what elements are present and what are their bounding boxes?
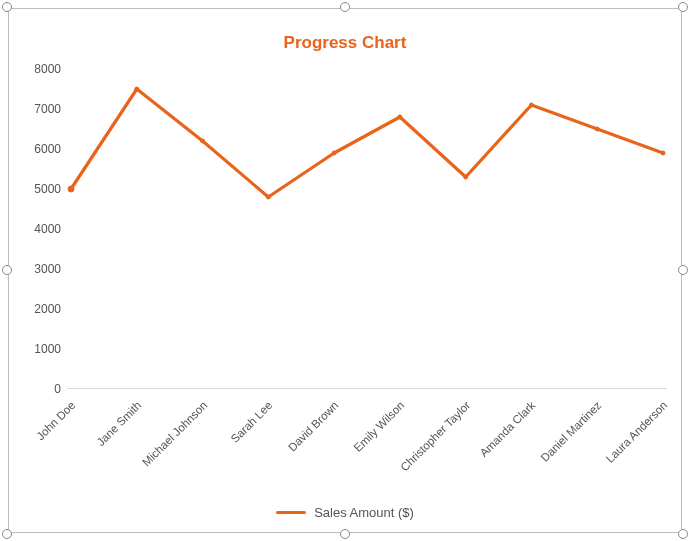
legend: Sales Amount ($) (9, 504, 681, 520)
y-tick-label: 6000 (19, 142, 61, 156)
resize-handle-bottom-right[interactable] (678, 529, 688, 539)
x-tick-label: Sarah Lee (229, 399, 275, 445)
x-tick-label: David Brown (286, 399, 341, 454)
y-tick-label: 5000 (19, 182, 61, 196)
svg-point-9 (661, 151, 665, 155)
x-tick-label: Laura Anderson (604, 399, 670, 465)
svg-point-7 (529, 103, 533, 107)
resize-handle-top-right[interactable] (678, 2, 688, 12)
x-tick-label: Daniel Martinez (539, 399, 604, 464)
resize-handle-top-middle[interactable] (340, 2, 350, 12)
svg-point-4 (332, 151, 336, 155)
x-tick-label: Jane Smith (94, 399, 143, 448)
legend-swatch (276, 511, 306, 514)
resize-handle-middle-left[interactable] (2, 265, 12, 275)
y-tick-label: 8000 (19, 62, 61, 76)
y-tick-label: 3000 (19, 262, 61, 276)
svg-point-2 (201, 139, 205, 143)
x-tick-label: Amanda Clark (478, 399, 538, 459)
svg-point-5 (398, 115, 402, 119)
y-tick-label: 0 (19, 382, 61, 396)
y-tick-label: 4000 (19, 222, 61, 236)
svg-point-8 (595, 127, 599, 131)
line-series (67, 69, 667, 389)
resize-handle-bottom-left[interactable] (2, 529, 12, 539)
plot-area (67, 69, 667, 389)
legend-label: Sales Amount ($) (314, 505, 414, 520)
svg-point-1 (135, 87, 139, 91)
x-tick-label: John Doe (34, 399, 77, 442)
y-tick-label: 7000 (19, 102, 61, 116)
y-tick-label: 1000 (19, 342, 61, 356)
svg-point-3 (266, 195, 270, 199)
resize-handle-middle-right[interactable] (678, 265, 688, 275)
resize-handle-top-left[interactable] (2, 2, 12, 12)
x-tick-label: Emily Wilson (351, 399, 406, 454)
x-tick-label: Michael Johnson (140, 399, 210, 469)
chart-title: Progress Chart (9, 33, 681, 53)
svg-point-6 (464, 175, 468, 179)
svg-point-0 (68, 186, 74, 192)
chart-frame[interactable]: Progress Chart 0100020003000400050006000… (8, 8, 682, 533)
x-tick-label: Christopher Taylor (398, 399, 472, 473)
x-axis-labels: John DoeJane SmithMichael JohnsonSarah L… (67, 393, 667, 493)
y-tick-label: 2000 (19, 302, 61, 316)
resize-handle-bottom-middle[interactable] (340, 529, 350, 539)
